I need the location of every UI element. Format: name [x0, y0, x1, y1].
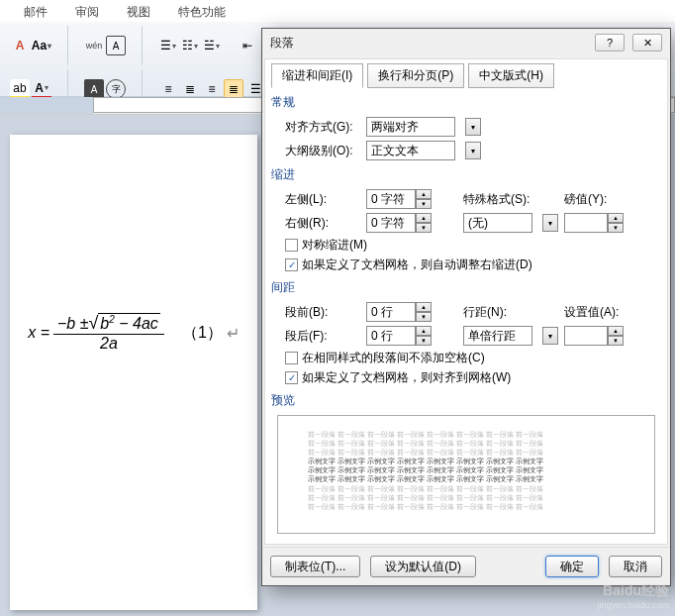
ok-button[interactable]: 确定 — [545, 556, 599, 577]
outline-combo[interactable]: 正文文本 — [366, 141, 455, 160]
formula: x = −b ± √ b2 − 4ac 2a （1） ↵ — [20, 174, 247, 491]
alignment-value: 两端对齐 — [371, 119, 450, 136]
preview-line: 前一段落 前一段落 前一段落 前一段落 前一段落 前一段落 前一段落 前一段落 — [308, 484, 625, 493]
preview-line: 示例文字 示例文字 示例文字 示例文字 示例文字 示例文字 示例文字 示例文字 — [308, 457, 625, 465]
section-general: 常规 — [271, 94, 661, 111]
space-after-down[interactable]: ▼ — [416, 336, 432, 346]
numbered-list-button[interactable]: ☷▾ — [180, 36, 200, 55]
section-spacing: 间距 — [271, 279, 661, 296]
watermark-main: Baidu经验 — [597, 582, 669, 600]
indent-left-input[interactable] — [366, 189, 416, 209]
mirror-indent-checkbox[interactable] — [285, 239, 298, 252]
indent-right-up[interactable]: ▲ — [416, 213, 432, 223]
outline-dropdown-button[interactable]: ▾ — [465, 142, 481, 159]
align-left-button[interactable]: ≡ — [158, 79, 178, 99]
section-preview: 预览 — [271, 392, 661, 409]
bullet-list-button[interactable]: ☰▾ — [158, 36, 178, 55]
preview-line: 前一段落 前一段落 前一段落 前一段落 前一段落 前一段落 前一段落 前一段落 — [308, 493, 625, 502]
preview-box: 前一段落 前一段落 前一段落 前一段落 前一段落 前一段落 前一段落 前一段落 … — [277, 415, 655, 534]
auto-adjust-checkbox[interactable]: ✓ — [285, 258, 298, 271]
close-button[interactable]: ✕ — [632, 34, 662, 51]
dialog-titlebar[interactable]: 段落 ? ✕ — [262, 29, 670, 56]
indent-by-down[interactable]: ▼ — [608, 223, 624, 233]
align-justify-button[interactable]: ≣ — [224, 79, 243, 99]
at-label: 设置值(A): — [564, 304, 624, 321]
indent-by-input[interactable] — [564, 213, 608, 233]
preview-line: 示例文字 示例文字 示例文字 示例文字 示例文字 示例文字 示例文字 示例文字 — [308, 465, 625, 474]
space-before-down[interactable]: ▼ — [416, 312, 432, 322]
indent-right-input[interactable] — [366, 213, 416, 233]
space-before-input[interactable] — [366, 302, 416, 322]
formula-lhs: x = — [28, 324, 49, 342]
preview-line: 前一段落 前一段落 前一段落 前一段落 前一段落 前一段落 前一段落 前一段落 — [308, 502, 625, 511]
space-after-label: 段后(F): — [285, 328, 360, 345]
tabs-button[interactable]: 制表位(T)... — [270, 556, 360, 577]
preview-line: 前一段落 前一段落 前一段落 前一段落 前一段落 前一段落 前一段落 前一段落 — [308, 439, 625, 448]
at-input[interactable] — [564, 326, 608, 346]
indent-left-up[interactable]: ▲ — [416, 189, 432, 199]
alignment-combo[interactable]: 两端对齐 — [366, 117, 455, 137]
no-space-checkbox[interactable] — [285, 352, 298, 364]
help-button[interactable]: ? — [595, 34, 625, 51]
decrease-indent-button[interactable]: ⇤ — [238, 36, 257, 55]
font-grow-button[interactable]: A — [10, 36, 30, 55]
page[interactable]: x = −b ± √ b2 − 4ac 2a （1） ↵ — [10, 135, 257, 610]
snap-grid-label: 如果定义了文档网格，则对齐到网格(W) — [302, 369, 511, 386]
cancel-button[interactable]: 取消 — [609, 556, 662, 577]
at-up[interactable]: ▲ — [608, 326, 624, 336]
phonetic-guide-button[interactable]: wén — [84, 36, 104, 55]
snap-grid-checkbox[interactable]: ✓ — [285, 371, 298, 384]
special-format-combo[interactable]: (无) — [463, 213, 532, 233]
watermark-sub: jingyan.baidu.com — [597, 600, 669, 610]
multilevel-list-button[interactable]: ☱▾ — [202, 36, 222, 55]
tab-pagination[interactable]: 换行和分页(P) — [367, 63, 464, 88]
tab-indent-spacing[interactable]: 缩进和间距(I) — [271, 63, 363, 88]
ribbon-tab-special[interactable]: 特色功能 — [164, 2, 240, 20]
alignment-dropdown-button[interactable]: ▾ — [465, 118, 481, 136]
char-border-button[interactable]: A — [106, 36, 126, 55]
no-space-label: 在相同样式的段落间不添加空格(C) — [302, 350, 485, 366]
formula-neg: −b ± — [57, 315, 88, 333]
tab-chinese[interactable]: 中文版式(H) — [468, 63, 554, 88]
formula-ref: （1） — [182, 323, 223, 344]
auto-adjust-label: 如果定义了文档网格，则自动调整右缩进(D) — [302, 257, 532, 273]
ribbon-tab-review[interactable]: 审阅 — [61, 2, 113, 20]
formula-b: b — [100, 316, 109, 333]
line-spacing-dropdown[interactable]: ▾ — [542, 327, 558, 345]
default-button[interactable]: 设为默认值(D) — [370, 556, 476, 577]
ribbon-tabs: 邮件 审阅 视图 特色功能 — [0, 0, 675, 22]
special-format-value: (无) — [468, 215, 528, 232]
align-center-button[interactable]: ≣ — [180, 79, 200, 99]
change-case-button[interactable]: Aa▾ — [32, 36, 51, 55]
mirror-indent-label: 对称缩进(M) — [302, 237, 367, 254]
space-after-up[interactable]: ▲ — [416, 326, 432, 336]
paragraph-dialog: 段落 ? ✕ 缩进和间距(I) 换行和分页(P) 中文版式(H) 常规 对齐方式… — [261, 28, 671, 586]
char-shading-button[interactable]: A — [84, 79, 104, 99]
indent-by-label: 磅值(Y): — [564, 191, 624, 208]
space-before-label: 段前(B): — [285, 304, 360, 321]
special-format-dropdown[interactable]: ▾ — [542, 214, 558, 232]
ribbon-tab-mail[interactable]: 邮件 — [10, 2, 61, 20]
paragraph-mark-icon: ↵ — [227, 324, 240, 343]
indent-left-label: 左侧(L): — [285, 191, 360, 208]
indent-right-label: 右侧(R): — [285, 215, 360, 232]
indent-by-up[interactable]: ▲ — [608, 213, 624, 223]
highlight-button[interactable]: ab — [10, 79, 30, 99]
space-before-up[interactable]: ▲ — [416, 302, 432, 312]
indent-right-down[interactable]: ▼ — [416, 223, 432, 233]
align-right-button[interactable]: ≡ — [202, 79, 222, 99]
dialog-title: 段落 — [270, 35, 294, 51]
formula-exp: 2 — [109, 314, 115, 325]
preview-line: 前一段落 前一段落 前一段落 前一段落 前一段落 前一段落 前一段落 前一段落 — [308, 448, 625, 457]
line-spacing-label: 行距(N): — [463, 304, 523, 321]
at-down[interactable]: ▼ — [608, 336, 624, 346]
indent-left-down[interactable]: ▼ — [416, 199, 432, 209]
formula-rest: − 4ac — [119, 316, 158, 333]
space-after-input[interactable] — [366, 326, 416, 346]
line-spacing-combo[interactable]: 单倍行距 — [463, 326, 532, 346]
enclosed-char-button[interactable]: 字 — [106, 79, 126, 99]
ribbon-tab-view[interactable]: 视图 — [113, 2, 164, 20]
preview-line: 示例文字 示例文字 示例文字 示例文字 示例文字 示例文字 示例文字 示例文字 — [308, 474, 625, 483]
font-color-button[interactable]: A▾ — [32, 79, 51, 99]
section-indent: 缩进 — [271, 166, 661, 183]
